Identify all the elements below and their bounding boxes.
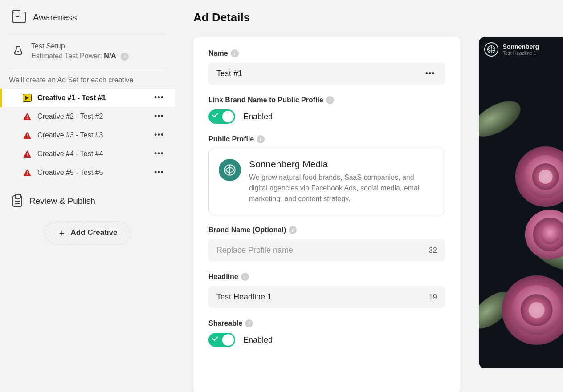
- svg-point-12: [540, 225, 559, 244]
- preview-brand: Sonnenberg: [503, 43, 539, 50]
- test-power: Estimated Test Power: N/A i: [31, 52, 129, 61]
- name-input[interactable]: Test #1 •••: [208, 63, 445, 85]
- form-panel: Name i Test #1 ••• Link Brand Name to Pu…: [193, 37, 460, 392]
- flask-icon: [12, 45, 24, 57]
- test-setup-row[interactable]: Test Setup Estimated Test Power: N/A i: [0, 34, 175, 69]
- profile-name: Sonnenberg Media: [249, 159, 435, 170]
- svg-point-16: [528, 302, 544, 318]
- name-label-text: Name: [208, 49, 228, 57]
- creative-item-5[interactable]: Creative #5 - Test #5 •••: [0, 163, 175, 182]
- public-profile-label: Public Profile i: [208, 135, 445, 143]
- warning-icon: [22, 130, 32, 140]
- shareable-block: Shareable i Enabled: [208, 319, 445, 347]
- clipboard-icon: [12, 195, 22, 207]
- kebab-icon[interactable]: •••: [424, 69, 437, 78]
- link-brand-label-text: Link Brand Name to Public Profile: [208, 96, 323, 104]
- sidebar: Awareness Test Setup Estimated Test Powe…: [0, 0, 175, 392]
- campaign-title: Awareness: [33, 12, 77, 23]
- creative-label: Creative #4 - Test #4: [37, 150, 147, 158]
- creative-list: Creative #1 - Test #1 ••• Creative #2 - …: [0, 89, 175, 182]
- shareable-label-text: Shareable: [208, 319, 242, 327]
- link-brand-enabled-text: Enabled: [243, 112, 273, 121]
- check-icon: [212, 335, 218, 341]
- add-creative-wrap: ＋ Add Creative: [0, 216, 175, 250]
- creative-label: Creative #5 - Test #5: [37, 169, 147, 177]
- ad-preview: Sonnenberg Test Headline 1: [479, 37, 563, 368]
- info-icon[interactable]: i: [241, 273, 249, 281]
- page-title: Ad Details: [193, 11, 563, 24]
- info-icon[interactable]: i: [121, 53, 129, 61]
- preview-image: [479, 61, 563, 364]
- folder-icon: [12, 12, 26, 23]
- brand-name-counter: 32: [429, 247, 437, 255]
- profile-desc: We grow natural food brands, SaaS compan…: [249, 172, 435, 204]
- link-brand-toggle[interactable]: [208, 109, 235, 124]
- toggle-knob: [222, 111, 234, 122]
- creative-item-1[interactable]: Creative #1 - Test #1 •••: [0, 89, 175, 107]
- info-icon[interactable]: i: [326, 96, 334, 104]
- shareable-toggle[interactable]: [208, 333, 235, 347]
- review-publish-button[interactable]: Review & Publish: [0, 182, 175, 216]
- creative-label: Creative #2 - Test #2: [37, 113, 147, 121]
- brand-name-label-text: Brand Name (Optional): [208, 226, 286, 234]
- headline-block: Headline i Test Headline 1 19: [208, 273, 445, 308]
- creative-item-3[interactable]: Creative #3 - Test #3 •••: [0, 126, 175, 145]
- headline-label-text: Headline: [208, 273, 238, 281]
- kebab-icon[interactable]: •••: [152, 130, 166, 140]
- brand-name-input[interactable]: Replace Profile name 32: [208, 239, 445, 261]
- brand-logo-icon: [487, 45, 496, 54]
- toggle-knob: [222, 334, 234, 346]
- creative-label: Creative #1 - Test #1: [37, 94, 147, 102]
- info-icon[interactable]: i: [231, 49, 239, 57]
- add-creative-button[interactable]: ＋ Add Creative: [45, 221, 131, 245]
- shareable-label: Shareable i: [208, 319, 445, 327]
- test-setup-text: Test Setup Estimated Test Power: N/A i: [31, 42, 129, 61]
- test-power-value: N/A: [104, 52, 116, 60]
- preview-avatar: [484, 42, 498, 57]
- warning-icon: [22, 168, 32, 178]
- info-icon[interactable]: i: [257, 135, 265, 143]
- svg-point-9: [538, 170, 552, 184]
- preview-header: Sonnenberg Test Headline 1: [479, 37, 563, 61]
- link-brand-block: Link Brand Name to Public Profile i Enab…: [208, 96, 445, 124]
- check-icon: [212, 112, 218, 117]
- warning-icon: [22, 149, 32, 159]
- preview-headline: Test Headline 1: [503, 50, 539, 56]
- creative-item-4[interactable]: Creative #4 - Test #4 •••: [0, 145, 175, 163]
- main: Ad Details Name i Test #1 ••• Link Brand…: [175, 0, 563, 392]
- public-profile-block: Public Profile i Sonnenberg Media We gro…: [208, 135, 445, 214]
- link-brand-label: Link Brand Name to Public Profile i: [208, 96, 445, 104]
- headline-input[interactable]: Test Headline 1 19: [208, 286, 445, 308]
- preview-text: Sonnenberg Test Headline 1: [503, 43, 539, 56]
- review-publish-label: Review & Publish: [29, 196, 95, 206]
- name-label: Name i: [208, 49, 445, 57]
- shareable-toggle-row: Enabled: [208, 333, 445, 347]
- creative-label: Creative #3 - Test #3: [37, 131, 147, 139]
- avatar: [219, 159, 241, 181]
- kebab-icon[interactable]: •••: [152, 93, 166, 102]
- add-creative-label: Add Creative: [71, 228, 118, 237]
- headline-value: Test Headline 1: [216, 292, 272, 302]
- brand-name-block: Brand Name (Optional) i Replace Profile …: [208, 226, 445, 261]
- content-row: Name i Test #1 ••• Link Brand Name to Pu…: [193, 37, 563, 392]
- kebab-icon[interactable]: •••: [152, 168, 166, 177]
- sidebar-header: Awareness: [0, 12, 175, 34]
- kebab-icon[interactable]: •••: [152, 112, 166, 121]
- shareable-enabled-text: Enabled: [243, 335, 273, 345]
- name-value: Test #1: [216, 69, 242, 78]
- brand-name-placeholder: Replace Profile name: [216, 246, 293, 255]
- info-icon[interactable]: i: [245, 319, 253, 327]
- headline-label: Headline i: [208, 273, 445, 281]
- link-brand-toggle-row: Enabled: [208, 109, 445, 124]
- public-profile-label-text: Public Profile: [208, 135, 254, 143]
- brand-name-label: Brand Name (Optional) i: [208, 226, 445, 234]
- profile-card[interactable]: Sonnenberg Media We grow natural food br…: [208, 149, 445, 214]
- name-field-block: Name i Test #1 •••: [208, 49, 445, 85]
- headline-counter: 19: [429, 293, 437, 301]
- creative-item-2[interactable]: Creative #2 - Test #2 •••: [0, 107, 175, 126]
- test-setup-title: Test Setup: [31, 42, 129, 50]
- kebab-icon[interactable]: •••: [152, 149, 166, 158]
- play-icon: [22, 93, 32, 103]
- info-icon[interactable]: i: [289, 226, 297, 234]
- adset-note: We'll create an Ad Set for each creative: [0, 69, 175, 89]
